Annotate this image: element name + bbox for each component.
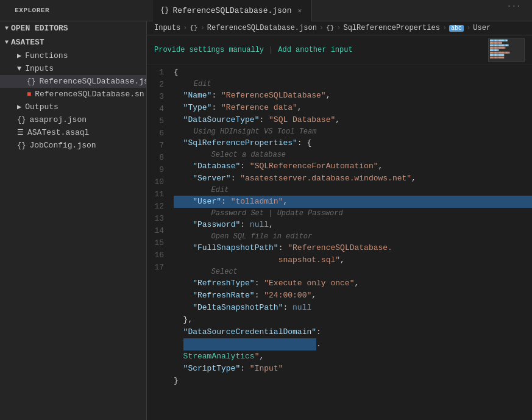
breadcrumb-abc-icon: abc — [449, 25, 464, 32]
title-bar: EXPLORER {} ReferenceSQLDatabase.json ✕ … — [0, 0, 532, 21]
jobconfig-icon: {} — [17, 141, 26, 150]
code-line-6: "Database": "SQLReferenceForAutomation", — [174, 160, 532, 173]
inputs-label: Inputs — [25, 64, 54, 73]
open-editors-section[interactable]: ▼ OPEN EDITORS — [0, 21, 146, 35]
annotation-open-sql: Open SQL file in editor — [174, 231, 532, 242]
annotation-edit-1: Edit — [174, 79, 532, 90]
sidebar-item-functions[interactable]: ▶ Functions — [0, 49, 146, 62]
code-line-13: "DeltaSnapshotPath": null — [174, 302, 532, 314]
code-line-18: } — [174, 375, 532, 387]
sidebar-item-ref-sql-json[interactable]: {} ReferenceSQLDatabase.json — [0, 75, 146, 88]
code-line-10: "FullSnapshotPath": "ReferenceSQLDatabas… — [174, 242, 532, 254]
sidebar-item-jobconfig[interactable]: {} JobConfig.json — [0, 139, 146, 152]
breadcrumb-sep6: › — [466, 24, 470, 32]
asaproj-icon: {} — [17, 116, 26, 124]
sidebar-item-inputs[interactable]: ▼ Inputs — [0, 62, 146, 75]
asatest-asaql-label: ASATest.asaql — [27, 128, 89, 137]
breadcrumb-inputs: Inputs — [154, 24, 180, 32]
breadcrumb-curly1-icon: {} — [190, 24, 197, 32]
breadcrumb-ref-json: ReferenceSQLDatabase.json — [207, 24, 317, 32]
sidebar-label: EXPLORER — [6, 7, 153, 14]
tab-title: ReferenceSQLDatabase.json — [172, 6, 291, 15]
code-line-4: "DataSourceType": "SQL Database", — [174, 114, 532, 126]
chevron-right-icon: ▶ — [17, 51, 21, 60]
annotation-select: Select — [174, 266, 532, 277]
line-numbers: 1 2 3 4 5 6 7 8 9 10 11 12 13 — [147, 65, 171, 420]
code-body[interactable]: { Edit "Name": "ReferenceSQLDatabase", "… — [171, 65, 532, 420]
outputs-label: Outputs — [25, 102, 59, 112]
sidebar-item-asaproj[interactable]: {} asaproj.json — [0, 113, 146, 126]
add-another-input-link[interactable]: Add another input — [278, 46, 352, 54]
breadcrumb-sqlref: SqlReferenceProperties — [343, 24, 439, 32]
editor-area: Inputs › {} › ReferenceSQLDatabase.json … — [147, 21, 532, 420]
breadcrumb: Inputs › {} › ReferenceSQLDatabase.json … — [147, 21, 532, 35]
ref-sql-sn-label: ReferenceSQLDatabase.sn... — [35, 90, 147, 99]
asatest-section[interactable]: ▼ ASATEST — [0, 35, 146, 49]
code-line-10b: snapshot.sql", — [174, 254, 532, 266]
editor-header-sep: | — [269, 46, 273, 54]
tab-close-icon[interactable]: ✕ — [295, 5, 304, 16]
active-tab[interactable]: {} ReferenceSQLDatabase.json ✕ — [153, 0, 312, 21]
open-editors-chevron: ▼ — [5, 25, 9, 32]
breadcrumb-sep2: › — [200, 24, 205, 32]
breadcrumb-user: User — [473, 24, 491, 32]
breadcrumb-sep1: › — [183, 24, 187, 32]
annotation-hdinsight: Using HDInsight VS Tool Team — [174, 126, 532, 137]
code-line-14: }, — [174, 314, 532, 326]
outputs-chevron-icon: ▶ — [17, 102, 21, 112]
breadcrumb-sep5: › — [442, 24, 447, 32]
sidebar-item-ref-sql-sn[interactable]: ■ ReferenceSQLDatabase.sn... — [0, 88, 146, 101]
code-line-1: { — [174, 66, 532, 79]
editor-header: Provide settings manually | Add another … — [147, 35, 532, 65]
db-icon: ■ — [27, 90, 31, 99]
code-line-15b: . — [174, 338, 532, 351]
code-line-15: "DataSourceCredentialDomain": — [174, 326, 532, 338]
code-line-7: "Server": "asatestserver.database.window… — [174, 173, 532, 185]
functions-label: Functions — [25, 51, 68, 60]
breadcrumb-curly2-icon: {} — [326, 24, 334, 32]
code-line-17: "ScriptType": "Input" — [174, 363, 532, 375]
sidebar-item-asatest-asaql[interactable]: ☰ ASATest.asaql — [0, 126, 146, 139]
code-line-12: "RefreshRate": "24:00:00", — [174, 290, 532, 302]
asatest-label: ASATEST — [11, 38, 44, 47]
asaproj-label: asaproj.json — [29, 115, 87, 124]
code-line-5: "SqlReferenceProperties": { — [174, 137, 532, 149]
code-line-9: "Password": null, — [174, 219, 532, 231]
tab-icon: {} — [160, 6, 169, 15]
jobconfig-label: JobConfig.json — [29, 141, 96, 150]
ref-sql-json-label: ReferenceSQLDatabase.json — [39, 77, 147, 86]
asatest-chevron: ▼ — [5, 39, 9, 46]
annotation-edit-2: Edit — [174, 185, 532, 196]
provide-settings-link[interactable]: Provide settings manually — [154, 46, 264, 54]
code-line-3: "Type": "Reference data", — [174, 102, 532, 114]
tab-area: {} ReferenceSQLDatabase.json ✕ ... — [153, 0, 526, 21]
json-icon: {} — [27, 77, 35, 86]
sidebar: ▼ OPEN EDITORS ▼ ASATEST ▶ Functions ▼ I… — [0, 21, 147, 420]
code-line-11: "RefreshType": "Execute only once", — [174, 277, 532, 290]
open-editors-label: OPEN EDITORS — [11, 24, 68, 33]
annotation-password: Password Set | Update Password — [174, 208, 532, 219]
code-line-8: "User": "tolladmin", — [174, 196, 532, 208]
tab-more-button[interactable]: ... — [502, 0, 526, 21]
annotation-select-db: Select a database — [174, 149, 532, 160]
chevron-down-icon: ▼ — [17, 65, 21, 73]
asaql-icon: ☰ — [17, 128, 24, 137]
code-line-2: "Name": "ReferenceSQLDatabase", — [174, 90, 532, 102]
minimap-thumbnail: ████████████████ ███████████ ███████████… — [488, 38, 525, 62]
code-line-16: StreamAnalytics", — [174, 351, 532, 363]
code-editor: 1 2 3 4 5 6 7 8 9 10 11 12 13 — [147, 65, 532, 420]
breadcrumb-sep4: › — [336, 24, 341, 32]
sidebar-item-outputs[interactable]: ▶ Outputs — [0, 101, 146, 113]
breadcrumb-sep3: › — [319, 24, 324, 32]
